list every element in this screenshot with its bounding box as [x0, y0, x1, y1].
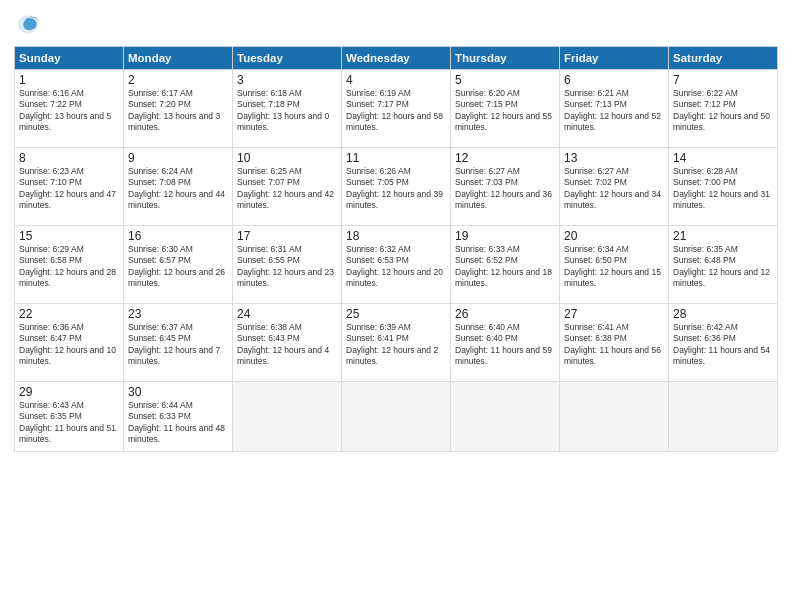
week-row-1: 1Sunrise: 6:16 AMSunset: 7:22 PMDaylight… [15, 70, 778, 148]
weekday-header-thursday: Thursday [451, 47, 560, 70]
calendar-cell: 12Sunrise: 6:27 AMSunset: 7:03 PMDayligh… [451, 148, 560, 226]
calendar-cell: 4Sunrise: 6:19 AMSunset: 7:17 PMDaylight… [342, 70, 451, 148]
day-number: 6 [564, 73, 664, 87]
weekday-header-monday: Monday [124, 47, 233, 70]
day-info: Sunrise: 6:29 AMSunset: 6:58 PMDaylight:… [19, 244, 119, 290]
calendar-cell: 2Sunrise: 6:17 AMSunset: 7:20 PMDaylight… [124, 70, 233, 148]
day-number: 28 [673, 307, 773, 321]
weekday-header-friday: Friday [560, 47, 669, 70]
calendar-cell: 30Sunrise: 6:44 AMSunset: 6:33 PMDayligh… [124, 382, 233, 452]
page-container: SundayMondayTuesdayWednesdayThursdayFrid… [0, 0, 792, 612]
day-info: Sunrise: 6:19 AMSunset: 7:17 PMDaylight:… [346, 88, 446, 134]
day-info: Sunrise: 6:17 AMSunset: 7:20 PMDaylight:… [128, 88, 228, 134]
day-number: 2 [128, 73, 228, 87]
calendar-cell [233, 382, 342, 452]
calendar-cell: 7Sunrise: 6:22 AMSunset: 7:12 PMDaylight… [669, 70, 778, 148]
calendar: SundayMondayTuesdayWednesdayThursdayFrid… [14, 46, 778, 452]
day-info: Sunrise: 6:42 AMSunset: 6:36 PMDaylight:… [673, 322, 773, 368]
day-number: 25 [346, 307, 446, 321]
day-number: 9 [128, 151, 228, 165]
day-info: Sunrise: 6:21 AMSunset: 7:13 PMDaylight:… [564, 88, 664, 134]
calendar-cell: 14Sunrise: 6:28 AMSunset: 7:00 PMDayligh… [669, 148, 778, 226]
calendar-cell [342, 382, 451, 452]
calendar-cell: 27Sunrise: 6:41 AMSunset: 6:38 PMDayligh… [560, 304, 669, 382]
day-info: Sunrise: 6:16 AMSunset: 7:22 PMDaylight:… [19, 88, 119, 134]
day-info: Sunrise: 6:44 AMSunset: 6:33 PMDaylight:… [128, 400, 228, 446]
calendar-cell: 3Sunrise: 6:18 AMSunset: 7:18 PMDaylight… [233, 70, 342, 148]
day-info: Sunrise: 6:23 AMSunset: 7:10 PMDaylight:… [19, 166, 119, 212]
calendar-cell: 26Sunrise: 6:40 AMSunset: 6:40 PMDayligh… [451, 304, 560, 382]
calendar-cell: 28Sunrise: 6:42 AMSunset: 6:36 PMDayligh… [669, 304, 778, 382]
day-number: 11 [346, 151, 446, 165]
calendar-cell: 23Sunrise: 6:37 AMSunset: 6:45 PMDayligh… [124, 304, 233, 382]
day-info: Sunrise: 6:41 AMSunset: 6:38 PMDaylight:… [564, 322, 664, 368]
day-number: 7 [673, 73, 773, 87]
day-info: Sunrise: 6:30 AMSunset: 6:57 PMDaylight:… [128, 244, 228, 290]
day-info: Sunrise: 6:20 AMSunset: 7:15 PMDaylight:… [455, 88, 555, 134]
day-number: 22 [19, 307, 119, 321]
day-info: Sunrise: 6:40 AMSunset: 6:40 PMDaylight:… [455, 322, 555, 368]
day-number: 24 [237, 307, 337, 321]
day-info: Sunrise: 6:25 AMSunset: 7:07 PMDaylight:… [237, 166, 337, 212]
weekday-header-saturday: Saturday [669, 47, 778, 70]
day-info: Sunrise: 6:33 AMSunset: 6:52 PMDaylight:… [455, 244, 555, 290]
day-number: 3 [237, 73, 337, 87]
day-number: 29 [19, 385, 119, 399]
day-number: 13 [564, 151, 664, 165]
week-row-4: 22Sunrise: 6:36 AMSunset: 6:47 PMDayligh… [15, 304, 778, 382]
calendar-cell: 20Sunrise: 6:34 AMSunset: 6:50 PMDayligh… [560, 226, 669, 304]
day-number: 27 [564, 307, 664, 321]
day-number: 1 [19, 73, 119, 87]
day-info: Sunrise: 6:27 AMSunset: 7:02 PMDaylight:… [564, 166, 664, 212]
logo [14, 10, 46, 38]
calendar-cell: 15Sunrise: 6:29 AMSunset: 6:58 PMDayligh… [15, 226, 124, 304]
day-number: 10 [237, 151, 337, 165]
week-row-5: 29Sunrise: 6:43 AMSunset: 6:35 PMDayligh… [15, 382, 778, 452]
day-number: 8 [19, 151, 119, 165]
day-number: 4 [346, 73, 446, 87]
calendar-cell: 16Sunrise: 6:30 AMSunset: 6:57 PMDayligh… [124, 226, 233, 304]
day-info: Sunrise: 6:27 AMSunset: 7:03 PMDaylight:… [455, 166, 555, 212]
header [14, 10, 778, 38]
day-number: 20 [564, 229, 664, 243]
calendar-cell: 24Sunrise: 6:38 AMSunset: 6:43 PMDayligh… [233, 304, 342, 382]
day-number: 17 [237, 229, 337, 243]
calendar-cell: 5Sunrise: 6:20 AMSunset: 7:15 PMDaylight… [451, 70, 560, 148]
day-info: Sunrise: 6:31 AMSunset: 6:55 PMDaylight:… [237, 244, 337, 290]
day-number: 16 [128, 229, 228, 243]
day-info: Sunrise: 6:43 AMSunset: 6:35 PMDaylight:… [19, 400, 119, 446]
week-row-3: 15Sunrise: 6:29 AMSunset: 6:58 PMDayligh… [15, 226, 778, 304]
calendar-cell: 6Sunrise: 6:21 AMSunset: 7:13 PMDaylight… [560, 70, 669, 148]
day-info: Sunrise: 6:34 AMSunset: 6:50 PMDaylight:… [564, 244, 664, 290]
day-number: 14 [673, 151, 773, 165]
day-number: 26 [455, 307, 555, 321]
day-number: 19 [455, 229, 555, 243]
calendar-cell: 13Sunrise: 6:27 AMSunset: 7:02 PMDayligh… [560, 148, 669, 226]
calendar-cell [669, 382, 778, 452]
calendar-cell [451, 382, 560, 452]
day-info: Sunrise: 6:18 AMSunset: 7:18 PMDaylight:… [237, 88, 337, 134]
logo-icon [14, 10, 42, 38]
calendar-cell [560, 382, 669, 452]
calendar-cell: 11Sunrise: 6:26 AMSunset: 7:05 PMDayligh… [342, 148, 451, 226]
day-info: Sunrise: 6:38 AMSunset: 6:43 PMDaylight:… [237, 322, 337, 368]
calendar-cell: 17Sunrise: 6:31 AMSunset: 6:55 PMDayligh… [233, 226, 342, 304]
day-info: Sunrise: 6:24 AMSunset: 7:08 PMDaylight:… [128, 166, 228, 212]
calendar-cell: 25Sunrise: 6:39 AMSunset: 6:41 PMDayligh… [342, 304, 451, 382]
day-number: 23 [128, 307, 228, 321]
week-row-2: 8Sunrise: 6:23 AMSunset: 7:10 PMDaylight… [15, 148, 778, 226]
weekday-header-sunday: Sunday [15, 47, 124, 70]
calendar-cell: 8Sunrise: 6:23 AMSunset: 7:10 PMDaylight… [15, 148, 124, 226]
calendar-cell: 22Sunrise: 6:36 AMSunset: 6:47 PMDayligh… [15, 304, 124, 382]
day-number: 18 [346, 229, 446, 243]
day-info: Sunrise: 6:26 AMSunset: 7:05 PMDaylight:… [346, 166, 446, 212]
weekday-header-wednesday: Wednesday [342, 47, 451, 70]
day-info: Sunrise: 6:37 AMSunset: 6:45 PMDaylight:… [128, 322, 228, 368]
day-number: 30 [128, 385, 228, 399]
day-info: Sunrise: 6:32 AMSunset: 6:53 PMDaylight:… [346, 244, 446, 290]
day-number: 21 [673, 229, 773, 243]
day-number: 5 [455, 73, 555, 87]
day-info: Sunrise: 6:39 AMSunset: 6:41 PMDaylight:… [346, 322, 446, 368]
weekday-header-tuesday: Tuesday [233, 47, 342, 70]
calendar-cell: 29Sunrise: 6:43 AMSunset: 6:35 PMDayligh… [15, 382, 124, 452]
